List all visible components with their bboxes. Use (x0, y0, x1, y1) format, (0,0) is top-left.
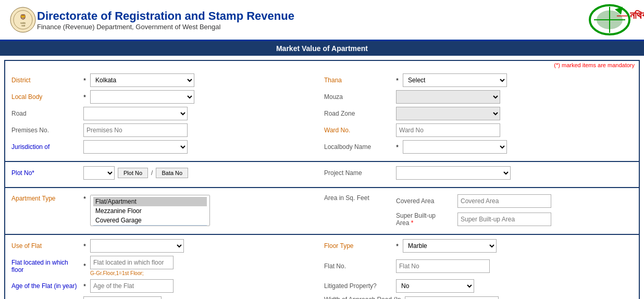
col-use-of-flat: Use of Flat * (11, 239, 320, 253)
floor-type-select[interactable]: Marble (403, 239, 497, 253)
col-area: Area in Sq. Feet Covered Area Super Buil… (324, 192, 633, 227)
row-localbody-mouza: Local Body * Mouza (11, 90, 633, 104)
col-apartment-type: Apartment Type * Flat/Apartment Mezzanin… (11, 193, 320, 226)
use-of-flat-select[interactable] (90, 239, 184, 253)
row-useofflat-floortype: Use of Flat * Floor Type * Marble (11, 239, 633, 253)
litigated-label: Litigated Property? (324, 282, 392, 290)
bata-no-button[interactable]: Bata No (156, 168, 188, 178)
age-flat-label: Age of the Flat (in year) (11, 282, 79, 290)
road-zone-label: Road Zone (324, 110, 392, 117)
jurisdiction-select[interactable] (83, 140, 188, 154)
col-ward: Ward No. (324, 123, 633, 137)
col-litigated: Litigated Property? No Yes (324, 279, 633, 293)
col-road: Road (11, 107, 320, 120)
col-jurisdiction: Jurisdiction of (11, 140, 320, 154)
flat-no-label: Flat No. (324, 263, 392, 270)
org-subtitle: Finance (Revenue) Department, Government… (37, 23, 294, 31)
mouza-select[interactable] (396, 90, 500, 104)
super-built-up-input[interactable] (457, 213, 551, 226)
super-built-up-row: Super Built-upArea * (396, 212, 551, 227)
age-flat-input[interactable] (90, 279, 174, 293)
district-label: District (11, 77, 79, 84)
svg-text:🦁: 🦁 (20, 14, 27, 20)
svg-text:जयते: जयते (20, 24, 25, 27)
area-sq-feet-label: Area in Sq. Feet (324, 194, 392, 202)
floor-type-label: Floor Type (324, 242, 392, 250)
col-property-road: Is property on Road Yes No (11, 296, 320, 299)
col-plot-no: Plot No* Plot No / Bata No (11, 166, 320, 180)
localbody-select[interactable] (90, 90, 194, 104)
section-flat-details: Use of Flat * Floor Type * Marble Flat l… (5, 235, 639, 299)
section-plot-project: Plot No* Plot No / Bata No Project Name (5, 162, 639, 188)
project-name-label: Project Name (324, 169, 392, 177)
col-age-flat: Age of the Flat (in year) * (11, 279, 320, 293)
project-name-select[interactable] (396, 166, 511, 180)
page-title: Market Value of Apartment (0, 41, 644, 56)
row-road-roadzone: Road Road Zone (11, 107, 633, 120)
super-built-up-label: Super Built-upArea * (396, 212, 453, 227)
ward-no-input[interactable] (396, 123, 500, 137)
col-flat-located: Flat located in whichfloor * G-Gr.Floor,… (11, 256, 320, 276)
width-approach-input[interactable] (405, 296, 499, 299)
plot-no-select[interactable] (83, 166, 115, 180)
covered-area-row: Covered Area (396, 194, 551, 208)
localbody-name-select[interactable] (403, 140, 507, 154)
flat-no-input[interactable] (396, 259, 490, 273)
org-title: Directorate of Registration and Stamp Re… (37, 9, 294, 23)
row-premises-ward: Premises No. Ward No. (11, 123, 633, 137)
apartment-type-listbox[interactable]: Flat/Apartment Mezzanine Floor Covered G… (90, 195, 210, 226)
mouza-label: Mouza (324, 93, 392, 101)
svg-point-0 (10, 7, 35, 32)
row-flat-located-flat-no: Flat located in whichfloor * G-Gr.Floor,… (11, 256, 633, 276)
col-premises: Premises No. (11, 123, 320, 137)
col-thana: Thana * Select (324, 73, 633, 87)
col-localbody-name: Localbody Name * (324, 140, 633, 154)
row-age-litigated: Age of the Flat (in year) * Litigated Pr… (11, 279, 633, 293)
col-district: District * Kolkata (11, 73, 320, 87)
localbody-label: Local Body (11, 93, 79, 101)
flat-located-label: Flat located in whichfloor (11, 259, 79, 273)
road-select[interactable] (83, 107, 188, 120)
header: 🦁 सत्यमेव जयते Directorate of Registrati… (0, 0, 644, 41)
district-select[interactable]: Kolkata (90, 73, 194, 87)
road-zone-select[interactable] (396, 107, 500, 120)
road-label: Road (11, 110, 79, 117)
plot-divider: / (151, 169, 153, 177)
thana-select[interactable]: Select (403, 73, 507, 87)
brand-logo: — নথিকরণ (589, 4, 636, 35)
use-of-flat-label: Use of Flat (11, 242, 79, 250)
government-emblem: 🦁 सत्यमेव जयते (8, 6, 37, 34)
col-project-name: Project Name (324, 166, 633, 180)
section-apartment-area: Apartment Type * Flat/Apartment Mezzanin… (5, 188, 639, 235)
flat-located-input[interactable] (90, 256, 174, 269)
covered-area-label: Covered Area (396, 197, 453, 205)
width-approach-label: Width of Approach Road (Infeet) (324, 296, 401, 299)
apartment-type-label: Apartment Type (11, 195, 79, 202)
jurisdiction-label: Jurisdiction of (11, 143, 79, 151)
covered-area-input[interactable] (457, 194, 551, 208)
thana-label: Thana (324, 77, 392, 84)
flat-located-hint: G-Gr.Floor,1=1st Floor; (90, 270, 174, 276)
form-container: (*) marked items are mandatory District … (4, 60, 640, 299)
col-flat-no: Flat No. (324, 259, 633, 273)
row-district-thana: District * Kolkata Thana * Select (11, 73, 633, 87)
mandatory-note: (*) marked items are mandatory (5, 61, 639, 69)
premises-label: Premises No. (11, 127, 79, 134)
col-localbody: Local Body * (11, 90, 320, 104)
row-apartment-area: Apartment Type * Flat/Apartment Mezzanin… (11, 192, 633, 227)
is-property-road-select[interactable]: Yes No (83, 296, 162, 299)
ward-no-label: Ward No. (324, 127, 392, 134)
col-road-zone: Road Zone (324, 107, 633, 120)
litigated-select[interactable]: No Yes (396, 279, 474, 293)
plot-no-button[interactable]: Plot No (118, 168, 148, 178)
col-floor-type: Floor Type * Marble (324, 239, 633, 253)
section-location: District * Kolkata Thana * Select Local … (5, 69, 639, 162)
localbody-name-label: Localbody Name (324, 143, 392, 151)
row-plot-project: Plot No* Plot No / Bata No Project Name (11, 166, 633, 180)
svg-text:सत्यमेव: सत्यमेव (20, 22, 26, 24)
plot-no-label: Plot No* (11, 169, 79, 177)
area-sub-fields: Covered Area Super Built-upArea * (396, 194, 551, 227)
col-mouza: Mouza (324, 90, 633, 104)
row-road-width: Is property on Road Yes No Width of Appr… (11, 296, 633, 299)
premises-input[interactable] (83, 123, 188, 137)
